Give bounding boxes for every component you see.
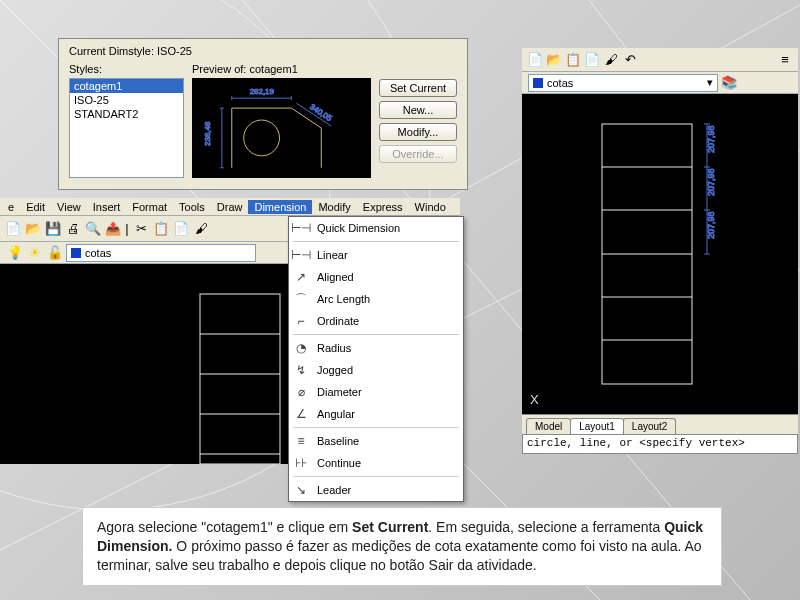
copy-icon[interactable]: 📋: [564, 51, 582, 69]
preview-icon[interactable]: 🔍: [84, 220, 102, 238]
menu-separator: [293, 334, 459, 335]
dim-value-2: 207,98: [706, 168, 716, 196]
layer-dropdown[interactable]: cotas: [66, 244, 256, 262]
undo-icon[interactable]: ↶: [621, 51, 639, 69]
tab-model[interactable]: Model: [526, 418, 571, 434]
dim-value-3: 207,98: [706, 211, 716, 239]
styles-label: Styles:: [69, 63, 184, 75]
menu-quick-dimension[interactable]: ⊢⊣Quick Dimension: [289, 217, 463, 239]
layers-icon[interactable]: 📚: [720, 74, 738, 92]
layer-color-swatch: [533, 78, 543, 88]
ucs-x-label: X: [530, 392, 539, 407]
menu-modify[interactable]: Modify: [312, 200, 356, 214]
menu-separator: [293, 476, 459, 477]
cad-window-right: 📄 📂 📋 📄 🖌 ↶ ≡ cotas ▾ 📚: [522, 48, 798, 458]
menu-file[interactable]: e: [2, 200, 20, 214]
svg-rect-3: [200, 294, 280, 464]
layer-name-right: cotas: [547, 77, 573, 89]
preview-label: Preview of: cotagem1: [192, 63, 371, 75]
layer-sun-icon[interactable]: ☀: [26, 244, 44, 262]
tab-layout1[interactable]: Layout1: [570, 418, 624, 434]
modify-button[interactable]: Modify...: [379, 123, 457, 141]
style-item-cotagem1[interactable]: cotagem1: [70, 79, 183, 93]
dim-value-1: 207,98: [706, 125, 716, 153]
menu-arc-length[interactable]: ⌒Arc Length: [289, 288, 463, 310]
continue-icon: ⊦⊦: [293, 455, 309, 471]
preview-dim-1: 282,19: [250, 87, 275, 96]
preview-dim-3: 340,05: [308, 102, 334, 123]
tab-layout2[interactable]: Layout2: [623, 418, 677, 434]
command-line[interactable]: circle, line, or <specify vertex>: [522, 434, 798, 454]
dimstyle-preview: 282,19 238,48 340,05: [192, 78, 371, 178]
paste-icon[interactable]: 📄: [583, 51, 601, 69]
layer-name: cotas: [85, 247, 111, 259]
menu-radius[interactable]: ◔Radius: [289, 337, 463, 359]
arc-icon: ⌒: [293, 291, 309, 307]
radius-icon: ◔: [293, 340, 309, 356]
open-icon[interactable]: 📂: [545, 51, 563, 69]
menu-ordinate[interactable]: ⌐Ordinate: [289, 310, 463, 332]
new-button[interactable]: New...: [379, 101, 457, 119]
dimension-menu[interactable]: ⊢⊣Quick Dimension ⊢⊣Linear ↗Aligned ⌒Arc…: [288, 216, 464, 502]
menu-separator: [293, 241, 459, 242]
menu-continue[interactable]: ⊦⊦Continue: [289, 452, 463, 474]
separator-icon: |: [124, 220, 130, 238]
linear-icon: ⊢⊣: [293, 247, 309, 263]
menu-linear[interactable]: ⊢⊣Linear: [289, 244, 463, 266]
layer-bulb-icon[interactable]: 💡: [6, 244, 24, 262]
set-current-button[interactable]: Set Current: [379, 79, 457, 97]
leader-icon: ↘: [293, 482, 309, 498]
menu-view[interactable]: View: [51, 200, 87, 214]
baseline-icon: ≡: [293, 433, 309, 449]
style-item-standart2[interactable]: STANDART2: [70, 107, 183, 121]
save-icon[interactable]: 💾: [44, 220, 62, 238]
instruction-text: Agora selecione "cotagem1" e clique em S…: [82, 507, 722, 586]
dimstyle-manager-panel: Current Dimstyle: ISO-25 Styles: cotagem…: [58, 38, 468, 190]
override-button: Override...: [379, 145, 457, 163]
menu-angular[interactable]: ∠Angular: [289, 403, 463, 425]
menu-aligned[interactable]: ↗Aligned: [289, 266, 463, 288]
menu-jogged[interactable]: ↯Jogged: [289, 359, 463, 381]
menu-window[interactable]: Windo: [409, 200, 452, 214]
publish-icon[interactable]: 📤: [104, 220, 122, 238]
qdim-icon: ⊢⊣: [293, 220, 309, 236]
menu-express[interactable]: Express: [357, 200, 409, 214]
menu-insert[interactable]: Insert: [87, 200, 127, 214]
menu-diameter[interactable]: ⌀Diameter: [289, 381, 463, 403]
aligned-icon: ↗: [293, 269, 309, 285]
current-dimstyle-label: Current Dimstyle: ISO-25: [69, 45, 457, 57]
menubar[interactable]: e Edit View Insert Format Tools Draw Dim…: [0, 198, 460, 216]
menu-draw[interactable]: Draw: [211, 200, 249, 214]
angular-icon: ∠: [293, 406, 309, 422]
new-icon[interactable]: 📄: [4, 220, 22, 238]
svg-point-2: [244, 120, 280, 156]
paste-icon[interactable]: 📄: [172, 220, 190, 238]
menu-edit[interactable]: Edit: [20, 200, 51, 214]
menu-leader[interactable]: ↘Leader: [289, 479, 463, 501]
chevron-down-icon: ▾: [707, 76, 713, 89]
menu-tools[interactable]: Tools: [173, 200, 211, 214]
drawing-canvas-right[interactable]: 207,98 207,98 207,98 X: [522, 94, 798, 414]
plot-icon[interactable]: 🖨: [64, 220, 82, 238]
open-icon[interactable]: 📂: [24, 220, 42, 238]
jogged-icon: ↯: [293, 362, 309, 378]
menu-separator: [293, 427, 459, 428]
preview-dim-2: 238,48: [203, 121, 212, 146]
menu-dimension[interactable]: Dimension: [248, 200, 312, 214]
match-icon[interactable]: 🖌: [192, 220, 210, 238]
menu-format[interactable]: Format: [126, 200, 173, 214]
layer-toolbar-right[interactable]: cotas ▾ 📚: [522, 72, 798, 94]
ordinate-icon: ⌐: [293, 313, 309, 329]
layer-lock-icon[interactable]: 🔓: [46, 244, 64, 262]
match-icon[interactable]: 🖌: [602, 51, 620, 69]
copy-icon[interactable]: 📋: [152, 220, 170, 238]
menu-baseline[interactable]: ≡Baseline: [289, 430, 463, 452]
layer-dropdown-right[interactable]: cotas ▾: [528, 74, 718, 92]
new-icon[interactable]: 📄: [526, 51, 544, 69]
style-item-iso25[interactable]: ISO-25: [70, 93, 183, 107]
styles-listbox[interactable]: cotagem1 ISO-25 STANDART2: [69, 78, 184, 178]
cut-icon[interactable]: ✂: [132, 220, 150, 238]
toolbar-right[interactable]: 📄 📂 📋 📄 🖌 ↶ ≡: [522, 48, 798, 72]
layers-icon[interactable]: ≡: [776, 51, 794, 69]
layout-tabs[interactable]: Model Layout1 Layout2: [522, 414, 798, 434]
